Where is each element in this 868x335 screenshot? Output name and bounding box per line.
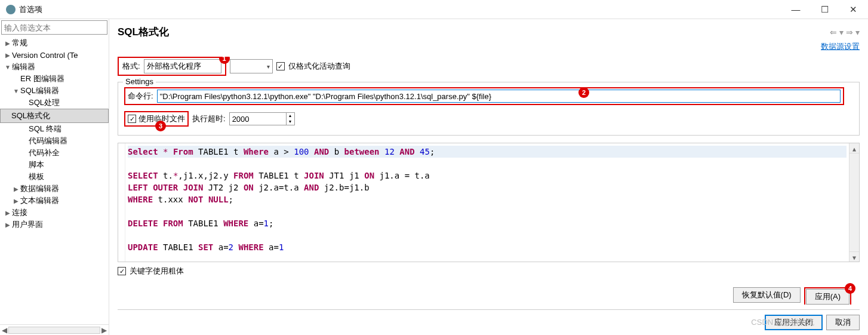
titlebar: 首选项 — ☐ ✕ [0, 0, 868, 19]
temp-checkbox[interactable]: ✓ [128, 115, 136, 123]
scroll-track[interactable] [8, 327, 100, 334]
tree-item[interactable]: ▶用户界面 [0, 219, 109, 230]
tree-label: 模板 [29, 171, 44, 182]
link-row: 数据源设置 [109, 41, 868, 57]
cmd-row: 命令行: 2 [124, 87, 853, 105]
scroll-down-icon[interactable]: ▼ [849, 251, 859, 262]
tree-label: 文本编辑器 [20, 195, 59, 206]
sql-preview: Select * From TABLE1 t Where a > 100 AND… [118, 143, 860, 262]
bold-label: 关键字使用粗体 [130, 266, 184, 276]
close-button[interactable]: ✕ [844, 4, 862, 15]
tree-item[interactable]: SQL 终端 [0, 123, 109, 135]
tree-label: 用户界面 [12, 219, 43, 230]
app-icon [6, 5, 16, 14]
window-title: 首选项 [19, 4, 42, 15]
format-value: 外部格式化程序 [147, 61, 201, 72]
bold-checkbox[interactable]: ✓ [118, 267, 126, 275]
tree-label: 代码补全 [29, 147, 60, 158]
cmd-input[interactable] [157, 90, 841, 103]
tree-item[interactable]: SQL格式化 [0, 109, 109, 123]
tree-item[interactable]: ▶文本编辑器 [0, 195, 109, 207]
scroll-right-icon[interactable]: ▶ [101, 326, 107, 334]
tree-label: SQL处理 [29, 97, 60, 108]
annotation-badge-2: 2 [578, 87, 589, 98]
tree-label: 数据编辑器 [20, 183, 59, 194]
settings-fieldset: Settings 命令行: 2 ✓ 使用临时文件 3 执行超时: [118, 82, 860, 136]
twisty-icon: ▶ [12, 186, 20, 192]
tree-label: SQL编辑器 [20, 85, 59, 96]
tree-item[interactable]: 代码编辑器 [0, 135, 109, 147]
twisty-icon: ▶ [12, 198, 20, 204]
sidebar: ▶常规▶Version Control (Te▼编辑器ER 图编辑器▼SQL编辑… [0, 19, 109, 335]
tree-item[interactable]: ▶常规 [0, 37, 109, 49]
twisty-icon: ▶ [4, 210, 12, 216]
tree-item[interactable]: 脚本 [0, 159, 109, 171]
inner-buttons: 恢复默认值(D) 应用(A) 4 [118, 282, 860, 305]
nav-fwd-icon[interactable]: ⇒ ▾ [846, 27, 860, 37]
annotation-badge-4: 4 [845, 283, 855, 294]
format-row: 格式: 外部格式化程序 1 ▾ ✓ 仅格式化活动查询 [118, 57, 860, 76]
main: SQL格式化 ⇐ ▾ ⇒ ▾ 数据源设置 格式: 外部格式化程序 1 ▾ [109, 19, 868, 335]
footer-buttons: 应用并关闭 CSDN @数据的流 取消 [109, 310, 868, 335]
minimize-button[interactable]: — [787, 4, 805, 14]
apply-close-button[interactable]: 应用并关闭 [765, 315, 823, 330]
tree-label: 代码编辑器 [29, 136, 67, 146]
timeout-label: 执行超时: [192, 113, 226, 124]
twisty-icon: ▼ [4, 64, 12, 70]
datasource-link[interactable]: 数据源设置 [821, 42, 860, 51]
nav-arrows: ⇐ ▾ ⇒ ▾ [830, 27, 860, 37]
scroll-up-icon[interactable]: ▲ [849, 143, 859, 153]
v-scrollbar[interactable]: ▲ ▼ [849, 143, 859, 262]
tree-item[interactable]: ▶连接 [0, 207, 109, 219]
twisty-icon: ▶ [4, 40, 12, 47]
chevron-down-icon: ▾ [267, 63, 270, 70]
filter-input[interactable] [1, 20, 107, 35]
bold-row: ✓ 关键字使用粗体 [118, 266, 860, 276]
format-select[interactable]: 外部格式化程序 [144, 59, 221, 73]
tree-item[interactable]: ▼SQL编辑器 [0, 85, 109, 97]
tree-label: ER 图编辑器 [20, 73, 64, 84]
tree-item[interactable]: ER 图编辑器 [0, 73, 109, 85]
cmd-label: 命令行: [128, 91, 153, 102]
tree-item[interactable]: SQL处理 [0, 97, 109, 109]
h-scrollbar[interactable]: ◀ ▶ [0, 324, 109, 335]
twisty-icon: ▶ [4, 222, 12, 228]
header: SQL格式化 ⇐ ▾ ⇒ ▾ [109, 19, 868, 41]
restore-button[interactable]: 恢复默认值(D) [733, 287, 801, 303]
tree-label: SQL格式化 [11, 110, 50, 121]
apply-button[interactable]: 应用(A) [806, 289, 849, 305]
tree-label: Version Control (Te [12, 51, 78, 60]
tree-label: 常规 [12, 38, 27, 48]
code-area[interactable]: Select * From TABLE1 t Where a > 100 AND… [125, 143, 849, 262]
tree: ▶常规▶Version Control (Te▼编辑器ER 图编辑器▼SQL编辑… [0, 36, 109, 324]
format-select-2[interactable]: ▾ [230, 59, 273, 73]
spin-buttons[interactable]: ▴▾ [286, 113, 294, 125]
only-active-label: 仅格式化活动查询 [288, 61, 350, 72]
nav-back-icon[interactable]: ⇐ ▾ [830, 27, 844, 37]
window-controls: — ☐ ✕ [787, 4, 862, 15]
tree-item[interactable]: ▼编辑器 [0, 61, 109, 73]
body: ▶常规▶Version Control (Te▼编辑器ER 图编辑器▼SQL编辑… [0, 19, 868, 335]
format-label: 格式: [122, 61, 140, 72]
only-active-checkbox[interactable]: ✓ [276, 62, 285, 70]
page-title: SQL格式化 [118, 25, 169, 39]
content: 格式: 外部格式化程序 1 ▾ ✓ 仅格式化活动查询 Settings 命令行: [109, 57, 868, 305]
scroll-left-icon[interactable]: ◀ [2, 326, 7, 334]
timeout-value: 2000 [230, 115, 286, 124]
tree-item[interactable]: 代码补全 [0, 147, 109, 159]
cancel-button[interactable]: 取消 [826, 315, 860, 330]
tree-item[interactable]: 模板 [0, 171, 109, 183]
settings-legend: Settings [123, 77, 156, 86]
tree-label: 编辑器 [12, 62, 35, 72]
timeout-input[interactable]: 2000 ▴▾ [229, 112, 295, 125]
twisty-icon: ▶ [4, 52, 12, 59]
tree-label: 脚本 [29, 159, 44, 170]
temp-row: ✓ 使用临时文件 3 执行超时: 2000 ▴▾ [124, 111, 853, 127]
tree-item[interactable]: ▶数据编辑器 [0, 183, 109, 195]
twisty-icon: ▼ [12, 88, 20, 94]
tree-label: SQL 终端 [29, 124, 61, 134]
gutter [118, 143, 125, 262]
tree-item[interactable]: ▶Version Control (Te [0, 49, 109, 61]
annotation-badge-3: 3 [155, 121, 166, 131]
maximize-button[interactable]: ☐ [815, 4, 833, 15]
